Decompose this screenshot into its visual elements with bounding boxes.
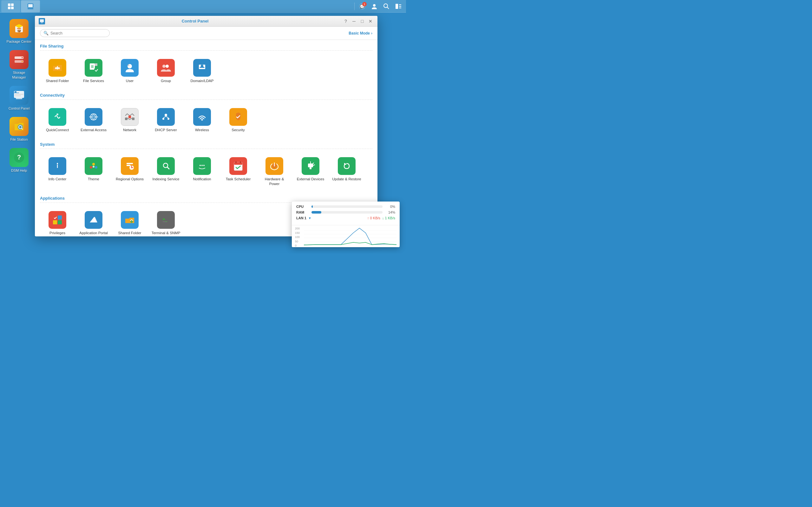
app-info-center[interactable]: i Info Center — [40, 154, 75, 189]
desktop-icon-storage-manager[interactable]: Storage Manager — [6, 50, 32, 79]
network-graph: 200 150 100 50 0 — [292, 225, 400, 247]
global-search-icon[interactable] — [382, 2, 391, 11]
svg-line-11 — [387, 7, 389, 9]
app-external-devices[interactable]: External Devices — [293, 154, 328, 189]
app-theme[interactable]: Theme — [76, 154, 111, 189]
network-icon — [121, 108, 139, 126]
resource-monitor-panel: CPU 0% RAM 14% LAN 1 ▼ ↑ 0 KB/s ↓ 1 KB/s… — [292, 202, 400, 247]
notification-count: 1 — [362, 2, 367, 6]
lan-label[interactable]: LAN 1 — [296, 216, 306, 220]
app-update-restore[interactable]: Update & Restore — [329, 154, 364, 189]
svg-rect-1 — [11, 3, 14, 6]
app-shared-folder[interactable]: Shared Folder — [40, 56, 75, 87]
desktop-icon-package-center[interactable]: 📦 Package Center — [6, 19, 32, 44]
lan-download-speed: ↓ 1 KB/s — [382, 216, 395, 220]
app-quickconnect[interactable]: QuickConnect — [40, 105, 75, 135]
svg-rect-5 — [28, 4, 33, 7]
group-icon — [157, 59, 175, 77]
svg-point-73 — [90, 166, 92, 169]
ram-label: RAM — [296, 210, 309, 214]
basic-mode-arrow: › — [371, 31, 372, 36]
desktop-icon-dsm-help[interactable]: ? DSM Help — [6, 148, 32, 173]
app-network[interactable]: Network — [112, 105, 147, 135]
privileges-label: Privileges — [49, 231, 65, 235]
basic-mode-link[interactable]: Basic Mode › — [349, 31, 372, 36]
svg-point-10 — [384, 4, 388, 8]
app-group[interactable]: Group — [148, 56, 183, 87]
svg-rect-104 — [58, 220, 62, 224]
svg-rect-98 — [310, 167, 311, 169]
help-button[interactable]: ? — [343, 18, 349, 24]
domain-ldap-label: Domain/LDAP — [191, 78, 214, 83]
svg-rect-6 — [28, 8, 33, 9]
minimize-button[interactable]: ─ — [351, 18, 357, 24]
window-title: Control Panel — [48, 19, 343, 23]
indexing-service-label: Indexing Service — [152, 177, 179, 181]
graph-y-labels: 200 150 100 50 0 — [295, 227, 300, 247]
ram-value: 14% — [385, 210, 395, 214]
maximize-button[interactable]: □ — [359, 18, 365, 24]
app-security[interactable]: Security — [221, 105, 256, 135]
task-scheduler-icon — [229, 157, 247, 175]
shared-folder-label: Shared Folder — [46, 78, 69, 83]
theme-label: Theme — [88, 177, 99, 181]
update-restore-icon — [338, 157, 356, 175]
info-center-icon: i — [49, 157, 66, 175]
shared-folder-icon — [49, 59, 66, 77]
svg-rect-36 — [41, 22, 43, 23]
lan-row: LAN 1 ▼ ↑ 0 KB/s ↓ 1 KB/s — [296, 216, 395, 220]
app-application-portal[interactable]: Application Portal — [76, 208, 111, 236]
indexing-service-icon — [157, 157, 175, 175]
svg-rect-57 — [129, 116, 131, 118]
app-domain-ldap[interactable]: Domain/LDAP — [185, 56, 219, 87]
file-station-icon — [9, 117, 29, 136]
taskbar: 💬 1 — [0, 0, 406, 13]
hardware-power-label: Hardware & Power — [259, 177, 289, 186]
shared-folder-sync-icon — [121, 211, 139, 229]
cpu-label: CPU — [296, 205, 309, 209]
svg-rect-12 — [396, 4, 398, 9]
svg-rect-35 — [40, 19, 44, 22]
user-menu-icon[interactable] — [370, 2, 379, 11]
info-center-label: Info Center — [49, 177, 67, 181]
app-regional-options[interactable]: Regional Options — [112, 154, 147, 189]
desktop-icon-file-station[interactable]: File Station — [6, 117, 32, 142]
svg-rect-58 — [125, 118, 128, 120]
app-dhcp-server[interactable]: DHCP Server — [148, 105, 183, 135]
app-notification[interactable]: Notification — [185, 154, 219, 189]
app-hardware-power[interactable]: Hardware & Power — [257, 154, 292, 189]
app-privileges[interactable]: Privileges — [40, 208, 75, 236]
search-box[interactable]: 🔍 — [40, 29, 110, 37]
taskbar-control-panel-button[interactable] — [21, 0, 40, 12]
svg-point-61 — [165, 114, 167, 116]
svg-rect-101 — [53, 216, 57, 220]
external-access-label: External Access — [81, 128, 107, 132]
app-indexing-service[interactable]: Indexing Service — [148, 154, 183, 189]
app-task-scheduler[interactable]: Task Scheduler — [221, 154, 256, 189]
app-wireless[interactable]: Wireless — [185, 105, 219, 135]
svg-rect-0 — [8, 3, 10, 6]
search-input[interactable] — [50, 31, 106, 36]
applications-header: Applications — [40, 192, 372, 203]
app-file-services[interactable]: File Services — [76, 56, 111, 87]
svg-rect-91 — [240, 161, 241, 163]
app-user[interactable]: User — [112, 56, 147, 87]
domain-ldap-icon — [193, 59, 211, 77]
notification-bell-icon[interactable]: 💬 1 — [358, 2, 367, 11]
control-panel-taskbar-icon — [27, 3, 34, 10]
svg-point-22 — [21, 57, 23, 58]
close-button[interactable]: ✕ — [367, 18, 374, 24]
svg-rect-29 — [16, 98, 22, 99]
svg-rect-38 — [90, 63, 95, 70]
svg-point-63 — [167, 118, 169, 120]
sidebar-toggle-icon[interactable] — [394, 2, 403, 11]
taskbar-desktop-button[interactable] — [1, 0, 20, 12]
file-sharing-header: File Sharing — [40, 40, 372, 51]
system-header: System — [40, 138, 372, 149]
app-terminal-snmp[interactable]: >_ Terminal & SNMP — [148, 208, 183, 236]
desktop-icon-control-panel[interactable]: Control Panel — [6, 86, 32, 111]
user-icon — [121, 59, 139, 77]
window-title-icon — [39, 18, 45, 24]
app-shared-folder-sync[interactable]: Shared Folder Sync — [112, 208, 147, 236]
app-external-access[interactable]: External Access — [76, 105, 111, 135]
